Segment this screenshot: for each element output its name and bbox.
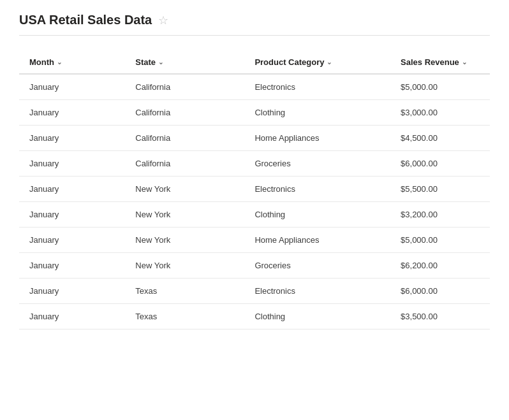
table-row: JanuaryTexasElectronics$6,000.00	[19, 279, 490, 304]
cell-revenue: $6,200.00	[390, 253, 490, 279]
cell-category: Groceries	[244, 151, 390, 177]
page-header: USA Retail Sales Data ☆	[19, 13, 490, 36]
table-row: JanuaryCaliforniaGroceries$6,000.00	[19, 151, 490, 177]
cell-state: California	[125, 126, 244, 151]
chevron-down-icon: ⌄	[158, 59, 163, 66]
table-header-row: Month ⌄ State ⌄ Product Category ⌄ Sales…	[19, 51, 490, 74]
cell-month: January	[19, 202, 125, 228]
cell-revenue: $5,000.00	[390, 228, 490, 253]
cell-month: January	[19, 74, 125, 100]
cell-state: New York	[125, 228, 244, 253]
table-row: JanuaryNew YorkClothing$3,200.00	[19, 202, 490, 228]
page-title: USA Retail Sales Data	[19, 13, 152, 27]
cell-revenue: $6,000.00	[390, 279, 490, 304]
cell-category: Groceries	[244, 253, 390, 279]
cell-month: January	[19, 253, 125, 279]
cell-state: New York	[125, 253, 244, 279]
cell-category: Clothing	[244, 202, 390, 228]
cell-month: January	[19, 100, 125, 126]
column-header-category[interactable]: Product Category ⌄	[244, 51, 390, 74]
table-row: JanuaryNew YorkHome Appliances$5,000.00	[19, 228, 490, 253]
cell-month: January	[19, 177, 125, 202]
column-header-state[interactable]: State ⌄	[125, 51, 244, 74]
cell-revenue: $3,200.00	[390, 202, 490, 228]
cell-category: Electronics	[244, 177, 390, 202]
cell-month: January	[19, 279, 125, 304]
cell-state: California	[125, 74, 244, 100]
cell-category: Home Appliances	[244, 228, 390, 253]
table-row: JanuaryNew YorkElectronics$5,500.00	[19, 177, 490, 202]
cell-state: California	[125, 151, 244, 177]
table-row: JanuaryTexasClothing$3,500.00	[19, 304, 490, 329]
cell-state: Texas	[125, 279, 244, 304]
cell-revenue: $4,500.00	[390, 126, 490, 151]
cell-state: California	[125, 100, 244, 126]
table-row: JanuaryCaliforniaElectronics$5,000.00	[19, 74, 490, 100]
cell-revenue: $5,500.00	[390, 177, 490, 202]
cell-state: New York	[125, 177, 244, 202]
data-table: Month ⌄ State ⌄ Product Category ⌄ Sales…	[19, 51, 490, 329]
cell-month: January	[19, 126, 125, 151]
cell-month: January	[19, 151, 125, 177]
cell-revenue: $6,000.00	[390, 151, 490, 177]
cell-category: Electronics	[244, 279, 390, 304]
cell-revenue: $5,000.00	[390, 74, 490, 100]
cell-month: January	[19, 228, 125, 253]
cell-category: Clothing	[244, 304, 390, 329]
table-row: JanuaryNew YorkGroceries$6,200.00	[19, 253, 490, 279]
cell-month: January	[19, 304, 125, 329]
cell-revenue: $3,500.00	[390, 304, 490, 329]
cell-revenue: $3,000.00	[390, 100, 490, 126]
chevron-down-icon: ⌄	[57, 59, 62, 66]
chevron-down-icon: ⌄	[327, 59, 332, 66]
column-header-month[interactable]: Month ⌄	[19, 51, 125, 74]
column-header-revenue[interactable]: Sales Revenue ⌄	[390, 51, 490, 74]
cell-category: Clothing	[244, 100, 390, 126]
cell-category: Home Appliances	[244, 126, 390, 151]
cell-category: Electronics	[244, 74, 390, 100]
table-row: JanuaryCaliforniaClothing$3,000.00	[19, 100, 490, 126]
star-icon[interactable]: ☆	[158, 13, 168, 27]
table-row: JanuaryCaliforniaHome Appliances$4,500.0…	[19, 126, 490, 151]
cell-state: New York	[125, 202, 244, 228]
cell-state: Texas	[125, 304, 244, 329]
chevron-down-icon: ⌄	[462, 59, 467, 66]
